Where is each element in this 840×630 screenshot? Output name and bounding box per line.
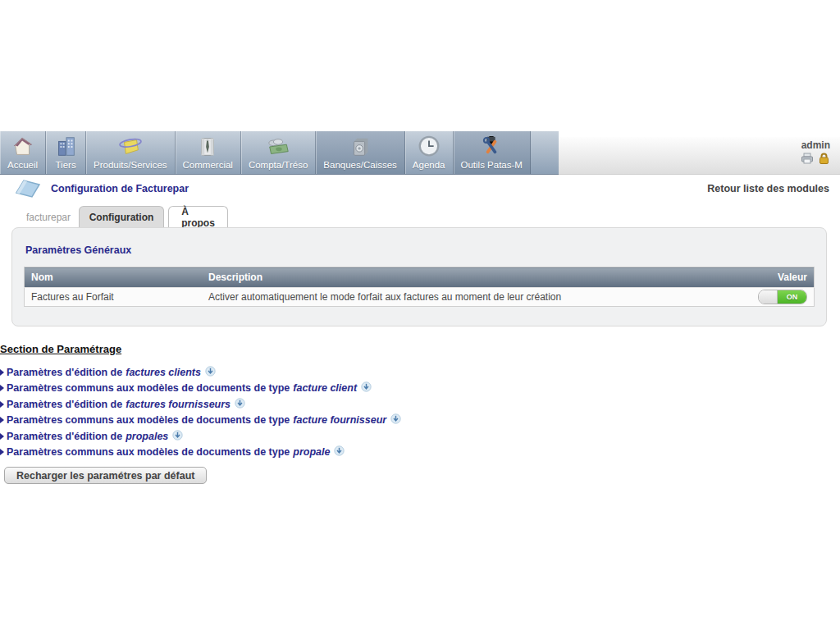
logged-user[interactable]: admin xyxy=(801,139,830,151)
triangle-bullet-icon xyxy=(0,369,4,376)
param-link-label: Paramètres d'édition de xyxy=(7,399,122,410)
down-arrow-circle-icon[interactable] xyxy=(357,381,372,395)
menu-item-label: Tiers xyxy=(56,160,76,171)
param-link-label: Paramètres d'édition de xyxy=(7,431,122,442)
param-link-3[interactable]: Paramètres communs aux modèles de docume… xyxy=(0,413,738,429)
panel-title: Paramètres Généraux xyxy=(25,244,131,256)
down-arrow-circle-icon[interactable] xyxy=(231,398,245,411)
param-link-4[interactable]: Paramètres d'édition depropales xyxy=(0,428,738,445)
menu-item-produits-services[interactable]: Produits/Services xyxy=(86,131,175,174)
toggle-knob xyxy=(759,290,778,304)
param-value-cell: ON xyxy=(735,288,815,307)
back-to-modules-link[interactable]: Retour liste des modules xyxy=(707,183,829,194)
down-arrow-circle-icon[interactable] xyxy=(330,445,345,459)
menu-item-outils-patas-m[interactable]: Outils Patas-M xyxy=(454,131,531,174)
menu-item-label: Commercial xyxy=(183,160,233,171)
param-link-label: Paramètres communs aux modèles de docume… xyxy=(7,414,290,426)
menu-item-commercial[interactable]: Commercial xyxy=(176,131,241,174)
tab-a-propos[interactable]: À propos xyxy=(168,206,228,227)
module-folder-icon xyxy=(13,176,43,199)
forfait-toggle[interactable]: ON xyxy=(758,290,807,304)
param-name-cell: Factures au Forfait xyxy=(25,288,203,307)
buildings-icon xyxy=(53,134,78,160)
menu-item-label: Outils Patas-M xyxy=(461,160,523,171)
param-description-cell: Activer automatiquement le mode forfait … xyxy=(202,288,735,307)
breadcrumb: Configuration de Facturepar Retour liste… xyxy=(0,175,840,204)
param-link-0[interactable]: Paramètres d'édition defactures clients xyxy=(0,364,738,381)
param-link-label: Paramètres communs aux modèles de docume… xyxy=(7,446,290,458)
menu-item-tiers[interactable]: Tiers xyxy=(46,131,86,174)
money-icon xyxy=(264,134,292,160)
home-icon xyxy=(11,134,35,160)
menu-item-agenda[interactable]: Agenda xyxy=(405,131,454,174)
param-link-italic: propales xyxy=(126,431,168,442)
table-header-row: Nom Description Valeur xyxy=(25,267,815,288)
menu-item-label: Agenda xyxy=(413,160,445,171)
shirt-icon xyxy=(195,134,220,160)
param-link-italic: propale xyxy=(293,446,330,458)
menu-item-label: Accueil xyxy=(7,160,38,171)
menu-item-compta-tr-so[interactable]: Compta/Tréso xyxy=(241,131,316,174)
menu-item-banques-caisses[interactable]: Banques/Caisses xyxy=(316,131,405,174)
menu-item-label: Banques/Caisses xyxy=(323,160,397,171)
param-link-5[interactable]: Paramètres communs aux modèles de docume… xyxy=(0,445,738,461)
menu-item-label: Compta/Tréso xyxy=(249,160,308,171)
parameter-links: Paramètres d'édition defactures clientsP… xyxy=(0,364,738,460)
clock-icon xyxy=(417,134,441,160)
down-arrow-circle-icon[interactable] xyxy=(168,430,183,443)
param-link-italic: factures fournisseurs xyxy=(126,399,231,410)
param-link-2[interactable]: Paramètres d'édition defactures fourniss… xyxy=(0,396,738,413)
param-link-1[interactable]: Paramètres communs aux modèles de docume… xyxy=(0,381,738,397)
param-link-italic: facture fournisseur xyxy=(293,414,386,426)
down-arrow-circle-icon[interactable] xyxy=(201,366,216,379)
triangle-bullet-icon xyxy=(0,433,4,440)
general-parameters-panel: Paramètres Généraux Nom Description Vale… xyxy=(11,227,827,326)
user-bar: admin xyxy=(559,137,840,175)
param-link-italic: factures clients xyxy=(126,367,201,378)
triangle-bullet-icon xyxy=(0,401,4,408)
param-link-label: Paramètres communs aux modèles de docume… xyxy=(7,382,290,394)
table-row: Factures au Forfait Activer automatiquem… xyxy=(25,288,815,307)
main-menubar: AccueilTiersProduits/ServicesCommercialC… xyxy=(0,131,559,175)
triangle-bullet-icon xyxy=(0,417,4,423)
column-header-valeur: Valeur xyxy=(735,267,815,288)
triangle-bullet-icon xyxy=(0,385,4,391)
reload-defaults-button[interactable]: Recharger les paramétres par défaut xyxy=(4,467,207,484)
menu-item-accueil[interactable]: Accueil xyxy=(0,131,46,174)
lock-icon[interactable] xyxy=(818,153,830,164)
printer-icon[interactable] xyxy=(801,153,814,164)
tab-configuration[interactable]: Configuration xyxy=(79,206,164,227)
menu-item-label: Produits/Services xyxy=(94,160,167,171)
column-header-description: Description xyxy=(202,267,735,288)
section-title: Section de Paramétrage xyxy=(0,343,121,355)
toggle-on-label: ON xyxy=(778,290,806,304)
module-name-label: facturepar xyxy=(26,212,71,223)
product-icon xyxy=(116,134,144,160)
column-header-nom: Nom xyxy=(25,267,203,288)
down-arrow-circle-icon[interactable] xyxy=(386,413,401,427)
tab-bar: facturepar Configuration À propos xyxy=(0,206,840,228)
param-link-italic: facture client xyxy=(293,382,357,394)
tools-icon xyxy=(479,134,504,160)
safe-icon xyxy=(348,134,372,160)
triangle-bullet-icon xyxy=(0,449,4,455)
parameters-table: Nom Description Valeur Factures au Forfa… xyxy=(24,267,815,307)
param-link-label: Paramètres d'édition de xyxy=(7,367,122,378)
page-title: Configuration de Facturepar xyxy=(51,183,189,194)
